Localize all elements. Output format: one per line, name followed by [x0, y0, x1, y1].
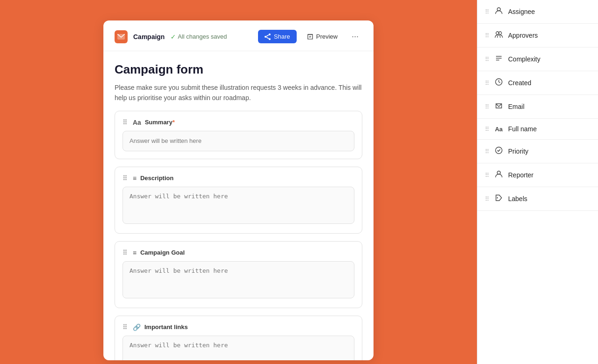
share-icon — [265, 34, 271, 40]
drag-handle-description[interactable]: ⠿ — [122, 175, 127, 182]
form-header: Campaign ✓ All changes saved Share — [103, 20, 374, 51]
saved-label: All changes saved — [178, 33, 227, 40]
drag-handle-important-links[interactable]: ⠿ — [122, 324, 127, 331]
sidebar-drag-created: ⠿ — [485, 80, 489, 87]
sidebar: ⠿ Assignee ⠿ Approvers ⠿ — [477, 0, 598, 364]
text-icon-summary: Aa — [133, 119, 141, 126]
campaign-title: Campaign — [133, 33, 165, 40]
check-icon: ✓ — [170, 33, 176, 40]
svg-point-8 — [499, 32, 502, 34]
svg-point-15 — [497, 197, 498, 198]
svg-line-5 — [266, 37, 269, 39]
assignee-icon — [494, 7, 503, 17]
sidebar-drag-email: ⠿ — [485, 103, 489, 110]
sidebar-drag-reporter: ⠿ — [485, 172, 489, 179]
sidebar-item-email[interactable]: ⠿ Email — [477, 95, 598, 119]
sidebar-drag-assignee: ⠿ — [485, 8, 489, 15]
sidebar-drag-priority: ⠿ — [485, 148, 489, 155]
approvers-icon — [494, 30, 503, 40]
important-links-input[interactable] — [122, 336, 354, 360]
svg-point-1 — [269, 34, 271, 35]
created-icon — [494, 78, 503, 88]
form-section-campaign-goal: ⠿ ≡ Campaign Goal — [115, 241, 362, 308]
preview-label: Preview — [316, 33, 338, 40]
svg-point-3 — [265, 36, 266, 38]
sidebar-label-full-name: Full name — [508, 125, 537, 133]
sidebar-item-full-name[interactable]: ⠿ Aa Full name — [477, 119, 598, 140]
form-card: Campaign ✓ All changes saved Share — [103, 20, 374, 360]
drag-handle-summary[interactable]: ⠿ — [122, 119, 127, 126]
labels-icon — [494, 194, 503, 204]
link-icon-important-links: 🔗 — [133, 324, 141, 331]
sidebar-item-assignee[interactable]: ⠿ Assignee — [477, 0, 598, 24]
sidebar-item-approvers[interactable]: ⠿ Approvers — [477, 24, 598, 47]
svg-point-7 — [496, 32, 499, 34]
sidebar-drag-approvers: ⠿ — [485, 32, 489, 39]
campaign-icon — [115, 30, 128, 43]
sidebar-label-approvers: Approvers — [508, 32, 538, 39]
svg-line-4 — [266, 35, 269, 36]
header-actions: Share Preview ··· — [258, 30, 362, 43]
section-header-description: ⠿ ≡ Description — [122, 175, 354, 182]
form-description: Please make sure you submit these illust… — [115, 82, 362, 103]
sidebar-drag-complexity: ⠿ — [485, 56, 489, 63]
sidebar-label-priority: Priority — [508, 148, 529, 155]
form-body: Campaign form Please make sure you submi… — [103, 51, 374, 360]
form-title: Campaign form — [115, 62, 362, 77]
campaign-goal-input[interactable] — [122, 261, 354, 298]
reporter-icon — [494, 170, 503, 180]
description-input[interactable] — [122, 187, 354, 224]
sidebar-label-reporter: Reporter — [508, 171, 533, 179]
complexity-icon — [494, 54, 503, 64]
form-section-description: ⠿ ≡ Description — [115, 167, 362, 234]
email-icon — [494, 101, 503, 112]
section-header-campaign-goal: ⠿ ≡ Campaign Goal — [122, 249, 354, 256]
section-label-important-links: Important links — [144, 324, 188, 330]
summary-input[interactable] — [122, 131, 354, 151]
form-section-important-links: ⠿ 🔗 Important links — [115, 316, 362, 360]
sidebar-drag-labels: ⠿ — [485, 195, 489, 202]
sidebar-item-complexity[interactable]: ⠿ Complexity — [477, 47, 598, 71]
sidebar-label-email: Email — [508, 103, 524, 110]
saved-badge: ✓ All changes saved — [170, 33, 227, 40]
preview-button[interactable]: Preview — [300, 30, 344, 43]
sidebar-label-complexity: Complexity — [508, 55, 540, 63]
section-label-summary: Summary* — [145, 119, 175, 126]
share-label: Share — [274, 33, 290, 40]
fullname-icon: Aa — [494, 126, 503, 133]
text-icon-campaign-goal: ≡ — [133, 249, 136, 256]
form-section-summary: ⠿ Aa Summary* — [115, 111, 362, 159]
section-label-description: Description — [140, 175, 174, 182]
sidebar-label-created: Created — [508, 79, 531, 87]
preview-icon — [307, 34, 313, 40]
priority-icon — [494, 146, 503, 156]
svg-point-2 — [269, 38, 271, 40]
sidebar-item-priority[interactable]: ⠿ Priority — [477, 140, 598, 163]
section-header-summary: ⠿ Aa Summary* — [122, 119, 354, 126]
section-header-important-links: ⠿ 🔗 Important links — [122, 324, 354, 331]
sidebar-drag-full-name: ⠿ — [485, 126, 489, 133]
sidebar-label-assignee: Assignee — [508, 8, 535, 15]
main-area: Campaign ✓ All changes saved Share — [0, 0, 477, 364]
more-icon: ··· — [352, 32, 359, 41]
text-icon-description: ≡ — [133, 175, 136, 182]
more-button[interactable]: ··· — [348, 30, 362, 43]
sidebar-item-reporter[interactable]: ⠿ Reporter — [477, 163, 598, 187]
sidebar-item-labels[interactable]: ⠿ Labels — [477, 187, 598, 211]
share-button[interactable]: Share — [258, 30, 297, 43]
sidebar-label-labels: Labels — [508, 195, 527, 202]
section-label-campaign-goal: Campaign Goal — [140, 249, 184, 256]
drag-handle-campaign-goal[interactable]: ⠿ — [122, 249, 127, 256]
required-star: * — [172, 119, 175, 126]
sidebar-item-created[interactable]: ⠿ Created — [477, 71, 598, 95]
